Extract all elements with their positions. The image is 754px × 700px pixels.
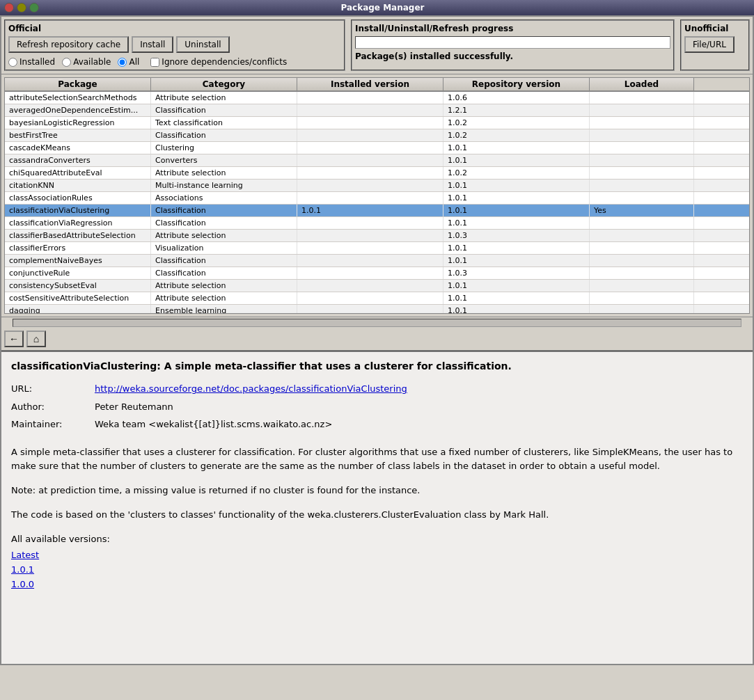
col-category: Category <box>151 78 297 90</box>
top-panels: Official Refresh repository cache Instal… <box>1 17 753 74</box>
author-field: Author: Peter Reutemann <box>11 400 743 414</box>
table-cell: classificationViaRegression <box>5 217 151 229</box>
progress-panel: Install/Uninstall/Refresh progress Packa… <box>351 19 675 71</box>
table-cell: cassandraConverters <box>5 154 151 166</box>
table-cell <box>590 230 694 241</box>
table-cell: 1.0.1 <box>443 217 590 229</box>
table-cell <box>297 255 443 267</box>
table-row[interactable]: classifierBasedAttributeSelectionAttribu… <box>5 230 749 242</box>
url-field: URL: http://weka.sourceforge.net/doc.pac… <box>11 382 743 396</box>
table-cell <box>297 267 443 279</box>
unofficial-panel-title: Unofficial <box>684 24 746 33</box>
table-row[interactable]: bestFirstTreeClassification1.0.2 <box>5 129 749 142</box>
table-row[interactable]: classificationViaClusteringClassificatio… <box>5 205 749 217</box>
table-cell <box>297 180 443 191</box>
table-row[interactable]: cascadeKMeansClustering1.0.1 <box>5 142 749 154</box>
versions-list: Latest1.0.11.0.0 <box>11 548 743 591</box>
table-cell <box>297 217 443 229</box>
table-cell <box>590 129 694 141</box>
maintainer-value: Weka team <wekalist{[at]}list.scms.waika… <box>95 417 332 431</box>
table-row[interactable]: costSensitiveAttributeSelectionAttribute… <box>5 292 749 305</box>
table-cell: attributeSelectionSearchMethods <box>5 92 151 104</box>
table-cell: Visualization <box>151 242 297 254</box>
col-repository: Repository version <box>443 78 590 90</box>
minimize-button[interactable] <box>17 3 26 13</box>
version-link[interactable]: 1.0.0 <box>11 578 743 592</box>
table-cell: Classification <box>151 217 297 229</box>
table-cell: Yes <box>590 205 694 216</box>
close-button[interactable] <box>4 3 14 13</box>
maintainer-field: Maintainer: Weka team <wekalist{[at]}lis… <box>11 417 743 431</box>
window-controls[interactable] <box>4 3 39 13</box>
table-cell: 1.0.1 <box>443 292 590 304</box>
table-row[interactable]: daggingEnsemble learning1.0.1 <box>5 305 749 313</box>
body-paragraph-3: The code is based on the 'clusters to cl… <box>11 508 743 523</box>
table-row[interactable]: conjunctiveRuleClassification1.0.3 <box>5 267 749 280</box>
url-label: URL: <box>11 382 95 396</box>
table-cell: 1.0.1 <box>443 305 590 313</box>
table-row[interactable]: classifierErrorsVisualization1.0.1 <box>5 242 749 255</box>
table-row[interactable]: bayesianLogisticRegressionText classific… <box>5 117 749 129</box>
table-cell <box>590 142 694 154</box>
table-cell: classifierErrors <box>5 242 151 254</box>
table-cell: Attribute selection <box>151 292 297 304</box>
table-cell: Attribute selection <box>151 230 297 241</box>
table-row[interactable]: classificationViaRegressionClassificatio… <box>5 217 749 230</box>
table-header: Package Category Installed version Repos… <box>5 78 749 92</box>
col-package: Package <box>5 78 151 90</box>
table-cell: Converters <box>151 154 297 166</box>
horizontal-scroll-area <box>1 317 753 328</box>
table-cell: 1.0.3 <box>443 230 590 241</box>
table-cell <box>297 129 443 141</box>
table-row[interactable]: consistencySubsetEvalAttribute selection… <box>5 280 749 292</box>
uninstall-button[interactable]: Uninstall <box>176 36 229 53</box>
version-link[interactable]: Latest <box>11 548 743 563</box>
table-cell <box>590 267 694 279</box>
author-value: Peter Reutemann <box>95 400 173 414</box>
table-row[interactable]: attributeSelectionSearchMethodsAttribute… <box>5 92 749 104</box>
table-row[interactable]: averagedOneDependenceEstim...Classificat… <box>5 104 749 117</box>
table-row[interactable]: complementNaiveBayesClassification1.0.1 <box>5 255 749 267</box>
description-body: A simple meta-classifier that uses a clu… <box>11 445 743 523</box>
table-cell: Classification <box>151 267 297 279</box>
file-url-button[interactable]: File/URL <box>684 36 735 53</box>
version-link[interactable]: 1.0.1 <box>11 563 743 578</box>
maximize-button[interactable] <box>29 3 39 13</box>
refresh-cache-button[interactable]: Refresh repository cache <box>8 36 129 53</box>
table-cell: 1.0.1 <box>443 242 590 254</box>
table-row[interactable]: chiSquaredAttributeEvalAttribute selecti… <box>5 167 749 180</box>
table-cell: 1.0.1 <box>443 255 590 267</box>
table-cell: cascadeKMeans <box>5 142 151 154</box>
home-button[interactable]: ⌂ <box>26 331 46 347</box>
all-radio[interactable]: All <box>118 57 139 67</box>
table-cell <box>297 292 443 304</box>
official-panel: Official Refresh repository cache Instal… <box>4 19 345 71</box>
table-body[interactable]: attributeSelectionSearchMethodsAttribute… <box>5 92 749 313</box>
table-cell: bayesianLogisticRegression <box>5 117 151 129</box>
table-cell: 1.0.1 <box>443 280 590 292</box>
table-cell <box>297 104 443 116</box>
install-button[interactable]: Install <box>132 36 173 53</box>
table-cell <box>297 280 443 292</box>
table-row[interactable]: citationKNNMulti-instance learning1.0.1 <box>5 180 749 192</box>
table-row[interactable]: classAssociationRulesAssociations1.0.1 <box>5 192 749 205</box>
back-button[interactable]: ← <box>4 331 24 347</box>
table-cell <box>590 192 694 204</box>
official-panel-title: Official <box>8 24 341 33</box>
horizontal-scrollbar[interactable] <box>13 319 741 327</box>
ignore-deps-checkbox[interactable]: Ignore dependencies/conflicts <box>150 57 287 67</box>
table-cell <box>297 167 443 179</box>
installed-radio[interactable]: Installed <box>8 57 55 67</box>
url-link[interactable]: http://weka.sourceforge.net/doc.packages… <box>95 382 407 396</box>
body-paragraph-1: A simple meta-classifier that uses a clu… <box>11 445 743 475</box>
maintainer-label: Maintainer: <box>11 417 95 431</box>
table-cell: Text classification <box>151 117 297 129</box>
table-cell: 1.0.6 <box>443 92 590 104</box>
table-cell: averagedOneDependenceEstim... <box>5 104 151 116</box>
table-cell: 1.2.1 <box>443 104 590 116</box>
table-row[interactable]: cassandraConvertersConverters1.0.1 <box>5 154 749 167</box>
progress-status: Package(s) installed successfully. <box>355 51 670 61</box>
description-panel: classificationViaClustering: A simple me… <box>1 351 753 664</box>
available-radio[interactable]: Available <box>62 57 111 67</box>
table-cell <box>590 292 694 304</box>
